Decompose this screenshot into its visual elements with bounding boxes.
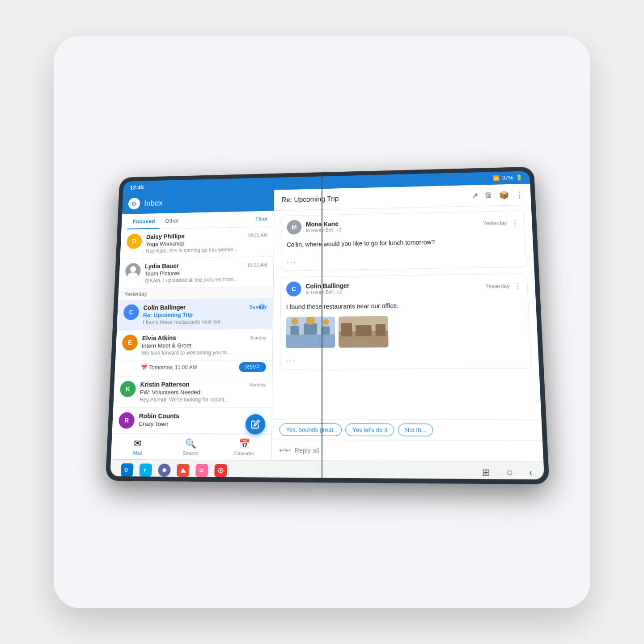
msg-more-colin[interactable]: ⋮ [514, 282, 521, 290]
sys-recents-icon[interactable]: ⊞ [482, 466, 490, 478]
search-nav-label: Search [182, 450, 198, 456]
svg-point-9 [323, 319, 329, 325]
inbox-header: G Inbox [122, 190, 274, 214]
sender-robin: Robin Counts [139, 412, 179, 419]
inbox-panel: G Inbox Focused Other [111, 190, 275, 460]
sender-elvia: Elvia Atkins [142, 335, 177, 342]
svg-text:O: O [124, 467, 128, 473]
message-card-mona: M Mona Kane to Henry Brill, +2 Yesterday… [281, 211, 527, 271]
svg-rect-3 [286, 335, 335, 348]
suggest-3[interactable]: Not th... [398, 424, 433, 436]
dock-teams[interactable]: T [139, 463, 152, 476]
msg-more-mona[interactable]: ⋮ [511, 219, 519, 227]
email-item-elvia[interactable]: E Elvia Atkins Sunday Intern Meet & Gree… [115, 329, 273, 361]
calendar-small-icon: 📅 [141, 364, 148, 371]
dock-app5[interactable]: ✿ [195, 464, 208, 477]
sys-home-icon[interactable]: ○ [506, 466, 513, 479]
reply-suggestions: Yes, sounds great. Yes let's do it Not t… [272, 419, 542, 440]
signal-icon: 📶 [493, 175, 500, 182]
time-daisy: 10:21 AM [248, 233, 268, 238]
email-detail-panel: Re: Upcoming Trip ↗ 🗑 📦 ⋮ [271, 184, 543, 462]
email-thread: M Mona Kane to Henry Brill, +2 Yesterday… [272, 205, 541, 419]
phone-device: 12:45 📶 97% 🔋 G [106, 167, 550, 485]
bottom-nav-left: ✉ Mail 🔍 Search 📅 Calendar [111, 433, 271, 460]
email-item-kristin[interactable]: K Kristin Patterson Sunday FW: Volunteer… [113, 376, 272, 408]
nav-search[interactable]: 🔍 Search [164, 435, 218, 459]
reply-label: Reply all [295, 446, 319, 454]
email-content-kristin: Kristin Patterson Sunday FW: Volunteers … [140, 381, 266, 403]
gmail-icon: G [128, 198, 140, 209]
preview-kristin: Hey Alumni! We're looking for volunt... [140, 396, 266, 402]
suggest-1[interactable]: Yes, sounds great. [279, 424, 342, 436]
filter-button[interactable]: Filter [255, 216, 268, 222]
mail-nav-icon: ✉ [134, 438, 142, 449]
email-item-colin[interactable]: C Colin Ballinger Sunday Re: Upcoming Tr… [117, 298, 273, 330]
unread-at-icon: @ [259, 303, 265, 310]
avatar-kristin: K [120, 381, 136, 397]
open-icon[interactable]: ↗ [471, 191, 479, 200]
delete-icon[interactable]: 🗑 [484, 191, 493, 199]
battery-status: 97% [502, 175, 513, 181]
detail-actions: ↗ 🗑 📦 ⋮ [471, 190, 524, 200]
calendar-nav-label: Calendar [234, 450, 254, 456]
message-body-colin: I found these restaurants near our offic… [281, 298, 529, 317]
reply-bar[interactable]: ↩↩ Reply all [271, 440, 543, 462]
svg-rect-12 [341, 323, 352, 336]
svg-rect-4 [290, 326, 299, 335]
status-right: 📶 97% 🔋 [493, 174, 523, 181]
email-item-lydia[interactable]: Lydia Bauer 10:21 AM Team Pictures @Katr… [119, 257, 273, 289]
phone-screen: 12:45 📶 97% 🔋 G [110, 171, 544, 479]
detail-subject-title: Re: Upcoming Trip [281, 192, 467, 204]
tab-focused[interactable]: Focused [127, 213, 161, 229]
restaurant-img-inner-2 [339, 316, 389, 348]
email-content-daisy: Daisy Phillips 10:21 AM Yoga Workshop He… [145, 231, 267, 254]
nav-calendar[interactable]: 📅 Calendar [217, 435, 272, 459]
reply-icon: ↩↩ [279, 445, 291, 454]
email-item-daisy[interactable]: D Daisy Phillips 10:21 AM Yoga Workshop … [120, 227, 274, 259]
avatar-lydia [125, 263, 141, 279]
msg-time-colin: Yesterday [485, 283, 510, 290]
rsvp-button[interactable]: RSVP [239, 362, 266, 372]
rsvp-time-text: Tomorrow, 11:00 AM [149, 364, 197, 370]
more-icon[interactable]: ⋮ [515, 190, 524, 199]
status-time: 12:45 [130, 184, 144, 190]
subject-colin: Re: Upcoming Trip [143, 311, 267, 319]
msg-sender-info-mona: Mona Kane to Henry Brill, +2 [306, 217, 479, 233]
search-nav-icon: 🔍 [185, 438, 197, 449]
message-images-colin [280, 314, 530, 352]
message-expand-colin[interactable]: ··· [280, 351, 531, 369]
calendar-nav-icon: 📅 [239, 438, 250, 449]
avatar-elvia: E [122, 335, 138, 350]
inbox-title: Inbox [144, 196, 268, 208]
svg-rect-13 [356, 325, 372, 336]
battery-icon: 🔋 [516, 174, 523, 181]
preview-daisy: Hey Katri, this is coming up this weeke.… [145, 246, 267, 254]
dock-app4[interactable] [177, 463, 190, 476]
svg-rect-14 [375, 324, 386, 336]
tab-other[interactable]: Other [160, 213, 184, 229]
main-screen: G Inbox Focused Other [111, 184, 543, 462]
email-content-lydia: Lydia Bauer 10:21 AM Team Pictures @Katr… [144, 261, 267, 284]
sender-lydia: Lydia Bauer [145, 263, 179, 270]
time-kristin: Sunday [249, 382, 266, 387]
page-background: 12:45 📶 97% 🔋 G [54, 36, 590, 608]
svg-point-1 [127, 272, 138, 279]
archive-icon[interactable]: 📦 [499, 190, 509, 200]
time-elvia: Sunday [250, 335, 267, 340]
rsvp-row: 📅 Tomorrow, 11:00 AM RSVP [114, 360, 272, 377]
dock-app3[interactable] [158, 463, 171, 476]
msg-avatar-colin: C [286, 281, 301, 297]
app-dock: O T ✿ [110, 459, 544, 479]
dock-app6[interactable] [214, 464, 227, 477]
avatar-colin: C [123, 305, 140, 320]
svg-rect-5 [304, 323, 317, 335]
sys-back-icon[interactable]: ‹ [529, 467, 533, 478]
sender-kristin: Kristin Patterson [140, 381, 190, 388]
message-header-colin: C Colin Ballinger to Henry Brill, +2 Yes… [281, 274, 528, 301]
svg-text:✿: ✿ [199, 467, 204, 473]
msg-sender-info-colin: Colin Ballinger to Henry Brill, +2 [305, 280, 481, 295]
time-lydia: 10:21 AM [247, 262, 267, 267]
suggest-2[interactable]: Yes let's do it [345, 424, 394, 436]
dock-outlook[interactable]: O [121, 463, 134, 476]
nav-mail[interactable]: ✉ Mail [111, 435, 165, 459]
